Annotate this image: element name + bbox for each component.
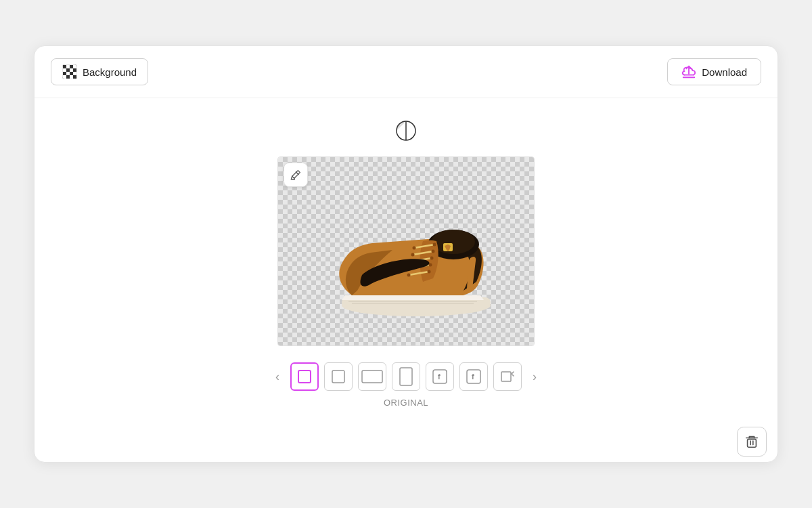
format-option-original[interactable]	[290, 362, 319, 391]
facebook-format-icon: f	[432, 368, 448, 385]
app-container: Background Download	[34, 45, 778, 463]
svg-point-22	[407, 274, 411, 277]
trash-icon	[744, 434, 759, 449]
portrait-format-icon	[399, 367, 413, 386]
landscape-format-icon	[361, 370, 383, 383]
svg-point-23	[428, 270, 431, 274]
format-option-facebook2[interactable]: f	[459, 362, 488, 391]
upload-cloud-icon	[681, 64, 696, 79]
compare-icon	[394, 119, 418, 143]
facebook2-format-icon: f	[466, 368, 482, 385]
format-label: ORIGINAL	[384, 398, 428, 408]
svg-rect-5	[63, 72, 66, 75]
image-area	[277, 156, 535, 346]
square-format-icon	[330, 368, 346, 385]
eraser-button[interactable]	[284, 163, 308, 187]
shoe-image	[278, 157, 534, 345]
svg-rect-1	[63, 65, 66, 68]
custom-format-icon	[499, 368, 516, 385]
svg-point-15	[433, 243, 436, 247]
format-option-portrait[interactable]	[392, 362, 420, 391]
prev-format-button[interactable]: ‹	[270, 367, 285, 387]
svg-rect-6	[66, 75, 70, 79]
shoe-svg	[298, 177, 514, 326]
trash-area	[35, 421, 777, 462]
svg-text:f: f	[472, 373, 474, 381]
original-format-icon	[296, 368, 313, 385]
svg-point-14	[413, 247, 416, 250]
svg-rect-27	[362, 371, 382, 383]
svg-point-13	[432, 230, 475, 254]
svg-rect-4	[73, 68, 76, 72]
next-format-button[interactable]: ›	[527, 367, 542, 387]
svg-point-16	[411, 253, 415, 257]
background-button[interactable]: Background	[51, 58, 148, 85]
svg-rect-7	[70, 72, 73, 75]
svg-rect-2	[66, 68, 70, 72]
svg-rect-3	[70, 65, 73, 68]
svg-rect-26	[332, 371, 344, 383]
svg-point-19	[430, 257, 434, 260]
svg-rect-34	[748, 439, 757, 447]
svg-rect-33	[501, 372, 511, 381]
bottom-area: ‹	[270, 362, 542, 408]
format-option-custom[interactable]	[493, 362, 522, 391]
svg-rect-25	[298, 371, 311, 383]
format-option-square[interactable]	[324, 362, 353, 391]
checker-icon	[62, 64, 77, 79]
trash-button[interactable]	[737, 427, 767, 457]
format-option-landscape[interactable]	[358, 362, 386, 391]
download-label: Download	[702, 66, 747, 78]
download-button[interactable]: Download	[667, 58, 761, 85]
main-content: ‹	[35, 98, 777, 421]
eraser-icon	[290, 169, 302, 181]
toolbar: Background Download	[35, 46, 777, 98]
format-selector: ‹	[270, 362, 542, 391]
background-label: Background	[83, 66, 137, 78]
svg-text:f: f	[438, 373, 441, 381]
svg-point-17	[432, 250, 435, 253]
svg-rect-28	[400, 368, 412, 385]
format-option-facebook[interactable]: f	[426, 362, 454, 391]
svg-rect-8	[73, 75, 76, 79]
compare-icon-area	[394, 119, 418, 146]
